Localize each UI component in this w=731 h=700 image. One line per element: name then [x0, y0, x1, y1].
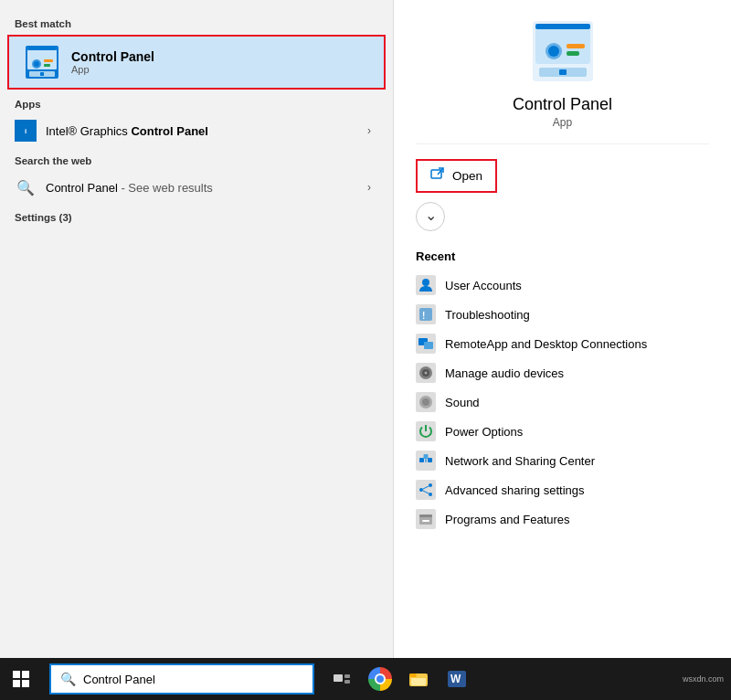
- svg-rect-46: [13, 680, 20, 687]
- svg-rect-2: [27, 48, 57, 50]
- sharing-label: Advanced sharing settings: [445, 483, 584, 497]
- svg-point-29: [422, 398, 429, 406]
- recent-item-troubleshooting[interactable]: ! Troubleshooting: [416, 300, 709, 329]
- best-match-title: Control Panel: [71, 49, 154, 64]
- user-accounts-icon: [416, 275, 436, 295]
- network-icon: [416, 451, 436, 471]
- recent-item-audio[interactable]: Manage audio devices: [416, 358, 709, 387]
- expand-button[interactable]: ⌄: [416, 202, 445, 231]
- svg-rect-48: [334, 674, 343, 682]
- taskbar-search-text: Control Panel: [83, 673, 155, 686]
- app-detail-icon: [530, 18, 596, 84]
- svg-text:!: !: [422, 311, 425, 321]
- svg-point-37: [419, 488, 423, 492]
- svg-rect-1: [27, 48, 57, 69]
- sound-icon: [416, 392, 436, 412]
- web-search-label: Search the web: [0, 148, 393, 170]
- intel-graphics-item[interactable]: i Intel® Graphics Control Panel ›: [0, 113, 393, 148]
- programs-icon: [416, 509, 436, 529]
- svg-point-13: [548, 46, 559, 57]
- chrome-icon: [368, 667, 392, 691]
- svg-line-19: [438, 168, 443, 175]
- open-icon: [430, 167, 445, 185]
- web-search-sub: - See web results: [121, 181, 212, 195]
- troubleshooting-label: Troubleshooting: [445, 308, 530, 322]
- recent-item-remoteapp[interactable]: RemoteApp and Desktop Connections: [416, 329, 709, 358]
- svg-rect-24: [424, 342, 433, 349]
- app-detail-header: Control Panel App: [416, 18, 709, 144]
- svg-rect-42: [419, 514, 432, 517]
- svg-rect-49: [344, 674, 350, 678]
- svg-rect-47: [22, 680, 29, 687]
- svg-rect-32: [424, 454, 429, 459]
- remoteapp-label: RemoteApp and Desktop Connections: [445, 337, 647, 351]
- network-label: Network and Sharing Center: [445, 454, 595, 468]
- best-match-control-panel[interactable]: Control Panel App: [7, 35, 386, 90]
- svg-point-4: [34, 61, 39, 67]
- intel-icon: i: [15, 120, 37, 142]
- best-match-label: Best match: [0, 11, 393, 33]
- svg-rect-15: [567, 51, 579, 56]
- power-label: Power Options: [445, 425, 523, 439]
- svg-point-20: [422, 279, 429, 286]
- recent-item-sound[interactable]: Sound: [416, 387, 709, 417]
- open-button[interactable]: Open: [416, 159, 497, 193]
- recent-item-user-accounts[interactable]: User Accounts: [416, 270, 709, 300]
- recent-items-list: User Accounts ! Troubleshooting RemoteAp…: [416, 270, 709, 534]
- intel-chevron-right-icon: ›: [367, 124, 371, 137]
- control-panel-icon-large: [24, 44, 60, 80]
- svg-rect-44: [13, 671, 20, 678]
- file-explorer-icon: [408, 669, 429, 689]
- svg-rect-50: [344, 680, 350, 684]
- apps-label: Apps: [0, 91, 393, 113]
- windows-logo-icon: [12, 670, 30, 688]
- recent-item-sharing[interactable]: Advanced sharing settings: [416, 475, 709, 504]
- svg-rect-52: [409, 673, 417, 677]
- power-icon: [416, 421, 436, 441]
- web-search-chevron-right-icon: ›: [367, 181, 371, 194]
- start-button[interactable]: [0, 658, 42, 700]
- web-search-icon: 🔍: [15, 176, 37, 198]
- open-button-label: Open: [452, 169, 482, 183]
- sound-label: Sound: [445, 396, 480, 409]
- svg-rect-6: [44, 64, 50, 67]
- chrome-button[interactable]: [364, 663, 397, 695]
- app-detail-type: App: [553, 116, 572, 129]
- svg-rect-53: [411, 678, 426, 685]
- taskbar: 🔍 Control Panel: [0, 658, 731, 700]
- recent-item-programs[interactable]: Programs and Features: [416, 504, 709, 534]
- settings-label: Settings (3): [0, 205, 393, 227]
- svg-rect-45: [22, 671, 29, 678]
- wsxdn-label: wsxdn.com: [683, 674, 731, 684]
- chevron-down-icon: ⌄: [425, 208, 437, 223]
- app-detail-title: Control Panel: [513, 95, 612, 114]
- search-icon: 🔍: [60, 672, 76, 686]
- svg-point-38: [429, 493, 432, 496]
- svg-point-27: [425, 372, 428, 375]
- svg-rect-11: [535, 24, 590, 29]
- audio-label: Manage audio devices: [445, 366, 564, 380]
- best-match-subtitle: App: [71, 64, 154, 75]
- taskbar-search-bar[interactable]: 🔍 Control Panel: [49, 663, 314, 695]
- sharing-icon: [416, 480, 436, 500]
- file-explorer-button[interactable]: [402, 663, 435, 695]
- right-panel: Control Panel App Open ⌄ Rece: [393, 0, 731, 658]
- task-view-icon: [333, 670, 351, 688]
- web-search-text: Control Panel - See web results: [46, 181, 358, 195]
- user-accounts-label: User Accounts: [445, 279, 522, 292]
- recent-label: Recent: [416, 249, 709, 263]
- task-view-button[interactable]: [325, 663, 358, 695]
- left-panel: Best match Control Panel Ap: [0, 0, 393, 658]
- svg-rect-8: [40, 72, 44, 76]
- taskbar-icons-group: W: [325, 663, 473, 695]
- svg-text:W: W: [450, 673, 461, 685]
- troubleshooting-icon: !: [416, 304, 436, 324]
- recent-item-power[interactable]: Power Options: [416, 417, 709, 446]
- open-button-area: Open ⌄: [416, 144, 709, 239]
- web-search-item[interactable]: 🔍 Control Panel - See web results ›: [0, 170, 393, 205]
- svg-point-36: [429, 483, 432, 487]
- word-button[interactable]: W: [440, 663, 473, 695]
- recent-item-network[interactable]: Network and Sharing Center: [416, 446, 709, 475]
- intel-app-label: Intel® Graphics Control Panel: [46, 124, 358, 138]
- audio-icon: [416, 363, 436, 383]
